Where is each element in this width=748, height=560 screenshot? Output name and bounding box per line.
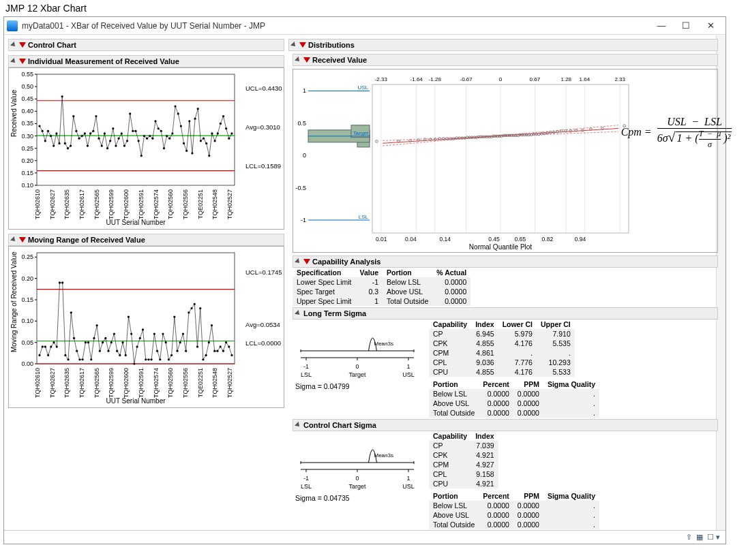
maximize-button[interactable]: ☐ — [674, 18, 698, 34]
svg-text:0.20: 0.20 — [21, 275, 33, 282]
home-icon[interactable]: ⇧ — [686, 533, 692, 542]
svg-text:LSL: LSL — [301, 483, 312, 490]
svg-text:TQH02627: TQH02627 — [49, 189, 56, 219]
cc-sigma-header[interactable]: Control Chart Sigma — [293, 419, 718, 431]
disclose-icon[interactable] — [10, 58, 17, 65]
svg-text:TQH02556: TQH02556 — [182, 189, 189, 219]
svg-text:1: 1 — [406, 475, 410, 482]
received-value-header[interactable]: Received Value — [293, 54, 718, 66]
svg-point-301 — [541, 132, 543, 135]
svg-text:TQH02627: TQH02627 — [49, 368, 56, 398]
svg-text:TQH02548: TQH02548 — [211, 368, 218, 398]
svg-rect-0 — [37, 74, 235, 185]
menu-icon[interactable] — [19, 59, 26, 64]
svg-point-124 — [38, 354, 40, 356]
menu-icon[interactable] — [19, 237, 26, 243]
svg-text:-1: -1 — [301, 217, 306, 223]
disclose-icon[interactable] — [295, 57, 301, 63]
svg-text:LSL: LSL — [359, 214, 369, 220]
svg-text:0.45: 0.45 — [21, 95, 33, 102]
imr-chart[interactable]: Received Value 0.100.150.200.250.300.350… — [8, 67, 284, 230]
svg-text:TQH02591: TQH02591 — [138, 368, 145, 398]
menu-icon[interactable] — [303, 57, 310, 63]
svg-text:TQE02251: TQE02251 — [197, 368, 204, 398]
mr-header[interactable]: Moving Range of Received Value — [8, 234, 284, 246]
svg-text:TQH02617: TQH02617 — [78, 189, 85, 219]
svg-text:TQE02251: TQE02251 — [197, 189, 204, 219]
titlebar: myData001 - XBar of Received Value by UU… — [4, 17, 725, 35]
disclose-icon[interactable] — [295, 310, 301, 317]
svg-text:0.15: 0.15 — [21, 170, 33, 176]
app-window: myData001 - XBar of Received Value by UU… — [3, 16, 726, 544]
imr-header[interactable]: Individual Measurement of Received Value — [8, 55, 284, 67]
spec-table: SpecificationValuePortion% ActualLower S… — [293, 268, 470, 306]
nq-plot[interactable]: USLTargetLSL-1-0.500.51-2.33-1.64-1.28-0… — [293, 69, 718, 253]
options-icon[interactable]: ☐ ▾ — [707, 533, 720, 542]
disclose-icon[interactable] — [295, 258, 301, 265]
control-chart-header[interactable]: Control Chart — [8, 39, 284, 51]
svg-text:0: 0 — [355, 363, 359, 370]
imr-avg: Avg=0.3010 — [245, 123, 282, 131]
svg-text:TQH02548: TQH02548 — [211, 189, 218, 219]
cc-sigma: Sigma = 0.04735 — [293, 491, 422, 502]
svg-text:TQH02599: TQH02599 — [108, 189, 115, 219]
svg-text:TQH02599: TQH02599 — [108, 368, 115, 398]
svg-text:Target: Target — [353, 130, 369, 136]
capability-header[interactable]: Capability Analysis — [293, 255, 718, 268]
svg-text:2.33: 2.33 — [614, 76, 625, 82]
cpm-formula: Cpm = USL − LSL 6σ√1 + (T − μσ )² — [605, 116, 748, 150]
svg-text:TQH02610: TQH02610 — [34, 368, 41, 398]
menu-icon[interactable] — [299, 42, 306, 48]
svg-text:1: 1 — [406, 363, 410, 370]
svg-text:UUT Serial Number: UUT Serial Number — [106, 219, 166, 226]
capability-long-table: CapabilityIndexLower CIUpper CICP6.9455.… — [429, 320, 575, 377]
minimize-button[interactable]: — — [649, 18, 674, 34]
svg-text:0.45: 0.45 — [488, 236, 500, 243]
window-title: myData001 - XBar of Received Value by UU… — [22, 21, 649, 31]
svg-text:TQH02574: TQH02574 — [153, 189, 160, 219]
ppm-long-table: PortionPercentPPMSigma QualityBelow LSL0… — [429, 379, 599, 418]
svg-text:1.64: 1.64 — [580, 76, 590, 82]
disclose-icon[interactable] — [10, 42, 17, 48]
svg-text:TQH02565: TQH02565 — [93, 189, 100, 219]
svg-text:0.01: 0.01 — [376, 236, 387, 243]
svg-text:TQH02635: TQH02635 — [63, 368, 70, 398]
page-title: JMP 12 Xbar Chart — [0, 0, 748, 16]
svg-text:TQH02617: TQH02617 — [78, 368, 85, 398]
mr-ucl: UCL=0.1745 — [245, 268, 282, 276]
svg-text:0.15: 0.15 — [21, 296, 33, 303]
svg-text:0.55: 0.55 — [21, 71, 33, 78]
svg-text:USL: USL — [357, 84, 368, 91]
svg-point-251 — [376, 140, 378, 143]
svg-text:Normal Quantile Plot: Normal Quantile Plot — [469, 243, 532, 251]
svg-text:TQH02610: TQH02610 — [34, 189, 41, 219]
svg-text:TQH02635: TQH02635 — [63, 189, 70, 219]
svg-text:0.25: 0.25 — [21, 253, 33, 260]
mr-ylabel: Moving Range of Received Value — [10, 249, 18, 362]
svg-text:1: 1 — [303, 87, 306, 94]
svg-text:-0.5: -0.5 — [295, 185, 306, 191]
svg-text:TQH02527: TQH02527 — [226, 368, 233, 398]
menu-icon[interactable] — [19, 42, 26, 48]
svg-point-191 — [230, 354, 233, 356]
disclose-icon[interactable] — [295, 422, 301, 429]
mr-chart[interactable]: Moving Range of Received Value 0.000.050… — [8, 246, 284, 408]
svg-text:TQH02556: TQH02556 — [182, 368, 189, 398]
svg-text:-2.33: -2.33 — [375, 76, 388, 82]
svg-text:Mean3s: Mean3s — [374, 452, 393, 458]
close-button[interactable]: ✕ — [698, 18, 723, 34]
long-term-header[interactable]: Long Term Sigma — [293, 307, 718, 320]
mr-avg: Avg=0.0534 — [245, 321, 282, 328]
svg-text:0.40: 0.40 — [21, 108, 33, 114]
disclose-icon[interactable] — [10, 236, 17, 243]
svg-text:0.00: 0.00 — [21, 360, 33, 367]
layout-icon[interactable]: ▦ — [696, 533, 703, 542]
svg-text:TQH02560: TQH02560 — [167, 189, 174, 219]
svg-text:-1: -1 — [303, 475, 309, 482]
menu-icon[interactable] — [303, 259, 310, 264]
distributions-header[interactable]: Distributions — [288, 39, 718, 51]
imr-ylabel: Received Value — [10, 71, 18, 183]
svg-text:0.35: 0.35 — [21, 120, 33, 127]
disclose-icon[interactable] — [290, 42, 297, 48]
svg-text:TQH02574: TQH02574 — [153, 368, 160, 398]
